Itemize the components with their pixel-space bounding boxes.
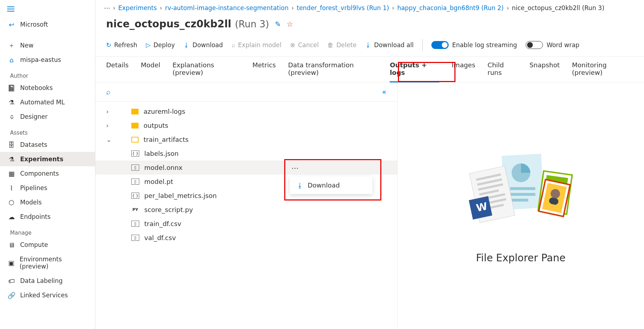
main-content: ⋯ › Experiments › rv-automl-image-instan…: [95, 0, 644, 329]
context-menu-download[interactable]: ⭳ Download: [290, 176, 372, 194]
datasets-icon: 🗄: [8, 141, 15, 148]
file-icon: ▯: [131, 235, 139, 241]
file-preview-pane: W File Explorer Pane: [398, 82, 644, 329]
endpoints-icon: ☁: [8, 213, 15, 220]
collapse-panel-icon[interactable]: «: [382, 87, 386, 96]
section-assets: Assets: [0, 124, 95, 138]
preview-title: File Explorer Pane: [476, 252, 566, 264]
file-explorer-illustration-icon: W: [463, 148, 579, 241]
environments-icon: ▣: [8, 259, 14, 266]
section-author: Author: [0, 67, 95, 81]
link-icon: 🔗: [8, 292, 15, 299]
tab-explanations[interactable]: Explanations (preview): [172, 61, 240, 82]
chevron-right-icon: ›: [113, 4, 115, 12]
tab-details[interactable]: Details: [106, 61, 128, 82]
breadcrumb-item[interactable]: rv-automl-image-instance-segmentation: [165, 4, 289, 12]
tab-monitoring[interactable]: Monitoring (preview): [572, 61, 633, 82]
tab-metrics[interactable]: Metrics: [252, 61, 276, 82]
folder-icon: [131, 109, 139, 114]
edit-icon[interactable]: ✎: [275, 20, 281, 28]
back-arrow-icon: ↩: [8, 21, 15, 28]
cancel-icon: ⊗: [290, 41, 295, 49]
tab-data-transformation[interactable]: Data transformation (preview): [288, 61, 378, 82]
sidebar-item-experiments[interactable]: ⚗Experiments: [0, 152, 95, 166]
back-microsoft[interactable]: ↩ Microsoft: [0, 17, 95, 32]
page-title: nice_octopus_cz0kb2ll: [106, 18, 231, 30]
models-icon: ⬡: [8, 199, 15, 206]
json-file-icon: { }: [131, 193, 139, 199]
file-tree-panel: ⌕ « ›azureml-logs ›outputs ⌄train_artifa…: [95, 82, 398, 329]
sidebar-item-compute[interactable]: 🖥Compute: [0, 238, 95, 252]
experiments-icon: ⚗: [8, 156, 15, 163]
home-icon: ⌂: [8, 56, 15, 63]
plus-icon: ＋: [8, 42, 15, 49]
tree-file[interactable]: PYscore_script.py: [95, 203, 397, 217]
file-context-menu: ⭳ Download: [290, 176, 372, 194]
pipelines-icon: ⌇: [8, 184, 15, 191]
svg-rect-2: [510, 187, 535, 190]
trash-icon: 🗑: [327, 41, 334, 49]
tab-snapshot[interactable]: Snapshot: [530, 61, 560, 82]
download-all-button[interactable]: ⭳Download all: [365, 41, 414, 49]
download-icon: ⭳: [183, 41, 190, 49]
designer-icon: ߷: [8, 113, 15, 120]
tree-file[interactable]: ▯val_df.csv: [95, 231, 397, 245]
breadcrumb-item[interactable]: tender_forest_vrbl9lvs (Run 1): [297, 4, 389, 12]
file-more-button[interactable]: ⋯: [290, 163, 300, 173]
sidebar-item-automl[interactable]: ⚗Automated ML: [0, 95, 95, 109]
automl-icon: ⚗: [8, 99, 15, 106]
components-icon: ▦: [8, 170, 15, 177]
tree-file[interactable]: ▯model.onnx: [95, 161, 397, 175]
sidebar-item-endpoints[interactable]: ☁Endpoints: [0, 209, 95, 224]
sidebar-item-datasets[interactable]: 🗄Datasets: [0, 138, 95, 152]
tab-images[interactable]: Images: [452, 61, 475, 82]
folder-icon: [131, 123, 139, 129]
section-manage: Manage: [0, 224, 95, 238]
tree-folder[interactable]: ›outputs: [95, 118, 397, 132]
toolbar-separator: [422, 39, 423, 51]
word-wrap-toggle[interactable]: [526, 41, 543, 49]
sidebar-item-notebooks[interactable]: 📓Notebooks: [0, 81, 95, 95]
tree-folder[interactable]: ⌄train_artifacts: [95, 132, 397, 147]
new-button[interactable]: ＋ New: [0, 38, 95, 53]
file-icon: ▯: [131, 221, 139, 227]
search-icon[interactable]: ⌕: [106, 87, 110, 96]
chevron-down-icon: ⌄: [106, 136, 113, 143]
sidebar-item-models[interactable]: ⬡Models: [0, 195, 95, 209]
delete-button: 🗑Delete: [327, 41, 357, 49]
tree-file[interactable]: { }labels.json: [95, 147, 397, 161]
chevron-right-icon: ›: [507, 4, 509, 12]
chevron-right-icon: ›: [291, 4, 294, 12]
sidebar-item-environments[interactable]: ▣Environments (preview): [0, 252, 95, 274]
search-icon: ⌕: [232, 41, 235, 49]
deploy-button[interactable]: ▷Deploy: [146, 41, 175, 49]
json-file-icon: { }: [131, 150, 139, 157]
tree-folder[interactable]: ›azureml-logs: [95, 104, 397, 118]
tab-child-runs[interactable]: Child runs: [487, 61, 517, 82]
file-icon: ▯: [131, 179, 139, 185]
tab-model[interactable]: Model: [141, 61, 160, 82]
sidebar-item-pipelines[interactable]: ⌇Pipelines: [0, 181, 95, 195]
breadcrumb-item[interactable]: Experiments: [118, 4, 157, 12]
python-file-icon: PY: [131, 207, 139, 212]
sidebar-item-components[interactable]: ▦Components: [0, 166, 95, 181]
download-icon: ⭳: [297, 181, 303, 189]
sidebar-item-datalabeling[interactable]: 🏷Data Labeling: [0, 274, 95, 288]
workspace-link[interactable]: ⌂ mispa-eastus: [0, 53, 95, 67]
sidebar-item-linkedservices[interactable]: 🔗Linked Services: [0, 288, 95, 302]
breadcrumb-item[interactable]: happy_chaconia_bgn68nt9 (Run 2): [397, 4, 504, 12]
hamburger-menu-icon[interactable]: [7, 6, 16, 15]
play-icon: ▷: [146, 41, 150, 49]
breadcrumb-more-icon[interactable]: ⋯: [104, 4, 110, 12]
tree-file[interactable]: ▯train_df.csv: [95, 217, 397, 231]
download-button[interactable]: ⭳Download: [183, 41, 223, 49]
toolbar: ↻Refresh ▷Deploy ⭳Download ⌕Explain mode…: [95, 36, 644, 57]
chevron-right-icon: ›: [392, 4, 394, 12]
favorite-star-icon[interactable]: ☆: [287, 20, 293, 28]
notebook-icon: 📓: [8, 84, 15, 91]
refresh-button[interactable]: ↻Refresh: [106, 41, 137, 49]
sidebar-item-designer[interactable]: ߷Designer: [0, 109, 95, 124]
log-streaming-toggle[interactable]: [431, 41, 449, 49]
tab-outputs-logs[interactable]: Outputs + logs: [390, 61, 439, 82]
chevron-right-icon: ›: [106, 108, 113, 115]
